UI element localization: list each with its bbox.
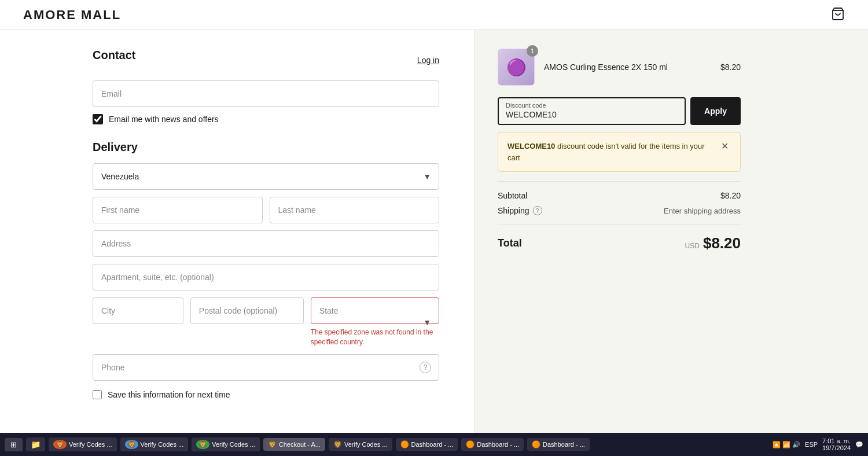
total-label: Total (498, 237, 522, 249)
postal-field (190, 297, 304, 324)
taskbar-app-dashboard2[interactable]: 🟠 Dashboard - ... (461, 438, 524, 451)
taskbar-language: ESP (805, 441, 818, 448)
main-content: Contact Log in Email me with news and of… (0, 30, 868, 456)
contact-section-header: Contact Log in (93, 49, 439, 71)
divider (498, 181, 741, 182)
subtotal-label: Subtotal (498, 191, 527, 200)
shipping-value: Enter shipping address (664, 207, 741, 215)
shipping-label: Shipping (498, 206, 529, 215)
taskbar-app-verify2[interactable]: 🦁 Verify Codes ... (329, 438, 392, 451)
address-input[interactable] (93, 230, 439, 257)
discount-error-text: WELCOME10 discount code isn't valid for … (507, 141, 719, 163)
header: AMORE MALL (0, 0, 868, 30)
address-field (93, 230, 439, 257)
taskbar-app-browser2[interactable]: 🦁 Verify Codes ... (120, 437, 189, 451)
discount-error-code: WELCOME10 (507, 142, 555, 150)
postal-input[interactable] (190, 297, 304, 324)
email-news-label: Email me with news and offers (109, 115, 219, 124)
state-select[interactable]: State (311, 297, 439, 324)
total-currency: USD (685, 242, 700, 250)
save-info-checkbox[interactable] (93, 390, 102, 399)
discount-code-wrap: Discount code (498, 97, 686, 125)
order-item: 🟣 1 AMOS Curling Essence 2X 150 ml $8.20 (498, 49, 741, 86)
logo: AMORE MALL (23, 8, 121, 23)
last-name-input[interactable] (270, 197, 440, 223)
taskbar: ⊞ 📁 🦁 Verify Codes ... 🦁 Verify Codes ..… (0, 433, 868, 456)
discount-row: Discount code Apply (498, 97, 741, 125)
shipping-label-wrap: Shipping ? (498, 206, 542, 215)
taskbar-app-browser1[interactable]: 🦁 Verify Codes ... (49, 437, 117, 451)
taskbar-app-dashboard1[interactable]: 🟠 Dashboard - ... (396, 438, 458, 451)
total-divider (498, 225, 741, 225)
login-link[interactable]: Log in (417, 56, 439, 65)
city-input[interactable] (93, 297, 183, 324)
shipping-help-icon[interactable]: ? (533, 206, 542, 215)
taskbar-app-browser3[interactable]: 🦁 Verify Codes ... (192, 437, 260, 451)
city-field (93, 297, 183, 324)
product-quantity-badge: 1 (527, 45, 538, 57)
phone-help-icon[interactable]: ? (420, 362, 431, 373)
contact-title: Contact (93, 49, 135, 62)
product-price: $8.20 (720, 62, 741, 72)
taskbar-datetime: 7:01 a. m. 19/7/2024 (822, 437, 851, 451)
email-news-checkbox[interactable] (93, 114, 103, 124)
taskbar-right: 🔼 📶 🔊 ESP 7:01 a. m. 19/7/2024 💬 (773, 437, 863, 451)
city-row: State ▼ The specified zone was not found… (93, 297, 439, 347)
total-amount: $8.20 (703, 234, 741, 252)
order-summary-panel: 🟣 1 AMOS Curling Essence 2X 150 ml $8.20… (475, 30, 764, 456)
start-button[interactable]: ⊞ (5, 438, 23, 451)
delivery-section: Delivery Venezuela United States Colombi… (93, 141, 439, 399)
taskbar-app-checkout[interactable]: 🦁 Checkout - A... (263, 438, 325, 451)
taskbar-system-icons: 🔼 📶 🔊 (773, 441, 800, 448)
phone-input[interactable] (93, 354, 439, 381)
state-error-message: The specified zone was not found in the … (311, 328, 439, 347)
name-row (93, 197, 439, 223)
taskbar-app-explorer[interactable]: 📁 (26, 437, 45, 451)
discount-error-box: WELCOME10 discount code isn't valid for … (498, 132, 741, 172)
checkout-form: Contact Log in Email me with news and of… (0, 30, 475, 456)
apt-field (93, 264, 439, 290)
save-info-row: Save this information for next time (93, 390, 439, 399)
discount-code-input[interactable] (499, 109, 685, 124)
country-select-wrap: Venezuela United States Colombia ▼ (93, 163, 439, 190)
total-value-wrap: USD $8.20 (685, 234, 741, 252)
shipping-row: Shipping ? Enter shipping address (498, 206, 741, 215)
taskbar-notification-icon[interactable]: 💬 (855, 441, 863, 448)
cart-button[interactable] (831, 7, 845, 23)
first-name-input[interactable] (93, 197, 263, 223)
delivery-title: Delivery (93, 141, 439, 154)
phone-field: ? (93, 354, 439, 381)
country-select[interactable]: Venezuela United States Colombia (93, 163, 439, 190)
save-info-label: Save this information for next time (108, 390, 230, 399)
state-wrap: State ▼ The specified zone was not found… (311, 297, 439, 347)
subtotal-row: Subtotal $8.20 (498, 191, 741, 200)
email-news-row: Email me with news and offers (93, 114, 439, 124)
discount-code-label: Discount code (499, 98, 685, 109)
taskbar-app-dashboard3[interactable]: 🟠 Dashboard - ... (527, 438, 590, 451)
total-row: Total USD $8.20 (498, 234, 741, 252)
product-image-wrap: 🟣 1 (498, 49, 535, 86)
apply-button[interactable]: Apply (690, 97, 741, 125)
email-input[interactable] (93, 80, 439, 107)
product-name: AMOS Curling Essence 2X 150 ml (544, 62, 711, 72)
apt-input[interactable] (93, 264, 439, 290)
subtotal-value: $8.20 (720, 191, 741, 200)
dismiss-error-button[interactable]: ✕ (719, 141, 731, 152)
